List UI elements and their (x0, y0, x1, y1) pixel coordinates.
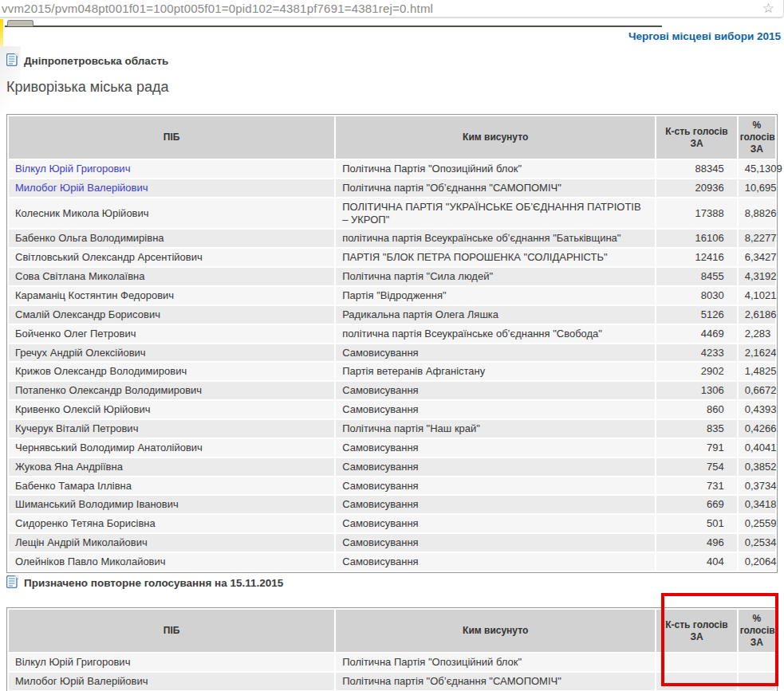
cell-votes: 17388 (656, 198, 737, 229)
table-row: Бойченко Олег Петровичполітична партія В… (9, 325, 775, 343)
col-header-percent: % голосів ЗА (739, 610, 775, 652)
cell-votes: 8455 (656, 268, 737, 285)
cell-nominated_by: Самовисування (336, 344, 655, 362)
col-header-nominated: Ким висунуто (336, 610, 655, 652)
results-table: ПІБ Ким висунуто К-сть голосів ЗА % голо… (6, 114, 778, 573)
cell-nominated_by: Самовисування (336, 553, 655, 571)
cell-name: Олейніков Павло Миколайович (9, 553, 334, 571)
bookmark-star-icon[interactable]: ☆ (762, 0, 774, 18)
cell-nominated_by: Політична партія "Наш край" (336, 420, 655, 438)
cell-votes: 860 (656, 401, 737, 418)
cell-nominated_by: Партія "Відродження" (336, 287, 655, 304)
cell-votes (656, 654, 737, 671)
table-row: Сидоренко Тетяна БорисівнаСамовисування5… (9, 515, 775, 532)
table-row: Кривенко Олексій ЮрійовичСамовисування86… (9, 401, 775, 418)
cell-percent: 0,2534 (739, 534, 775, 552)
elections-2015-link[interactable]: Чергові місцеві вибори 2015 (628, 30, 781, 42)
cell-percent: 0,3734 (739, 477, 775, 495)
cell-votes: 5126 (656, 306, 737, 324)
cell-percent: 0,3418 (739, 496, 775, 513)
cell-percent: 6,3427 (739, 249, 775, 266)
cell-name: Бабенко Ольга Володимирівна (9, 230, 334, 247)
cell-votes: 4469 (656, 325, 737, 343)
frame-divider-line (5, 26, 662, 27)
cell-name: Потапенко Олександр Володимирович (9, 382, 334, 399)
runoff-header-row: ПІБ Ким висунуто К-сть голосів ЗА % голо… (9, 610, 775, 652)
region-label: Дніпропетровська область (24, 55, 168, 67)
cell-name: Чернявський Володимир Анатолійович (9, 439, 334, 457)
cell-nominated_by: Політична партія "Об’єднання "САМОПОМІЧ" (336, 179, 655, 197)
cell-votes: 4233 (656, 344, 737, 362)
cell-votes: 2902 (656, 363, 737, 380)
candidate-link[interactable]: Вілкул Юрій Григорович (15, 163, 130, 175)
table-row: Кучерук Віталій ПетровичПолітична партія… (9, 420, 775, 438)
results-header-row: ПІБ Ким висунуто К-сть голосів ЗА % голо… (9, 116, 775, 159)
cell-name: Милобог Юрій Валерійович (9, 673, 334, 690)
cell-percent: 0,4041 (739, 439, 775, 457)
cell-votes: 1306 (656, 382, 737, 399)
runoff-table: ПІБ Ким висунуто К-сть голосів ЗА % голо… (6, 607, 778, 691)
cell-percent: 0,4266 (739, 420, 775, 438)
cell-percent: 2,1624 (739, 344, 775, 362)
cell-name: Сидоренко Тетяна Борисівна (9, 515, 334, 532)
cell-nominated_by: Партія ветеранів Афганістану (336, 363, 655, 380)
cell-name: Кучерук Віталій Петрович (9, 420, 334, 438)
cell-percent (739, 654, 775, 671)
cell-name: Кривенко Олексій Юрійович (9, 401, 334, 418)
table-row: Потапенко Олександр ВолодимировичСамовис… (9, 382, 775, 399)
cell-percent: 0,6672 (739, 382, 775, 399)
table-row: Крижов Олександр ВолодимировичПартія вет… (9, 363, 775, 380)
table-row: Вілкул Юрій ГригоровичПолітична Партія "… (9, 160, 775, 178)
cell-votes: 731 (656, 477, 737, 495)
col-header-votes: К-сть голосів ЗА (656, 116, 737, 159)
cell-percent: 0,3852 (739, 458, 775, 476)
cell-name: Бабенко Тамара Іллівна (9, 477, 334, 495)
cell-percent: 0,2559 (739, 515, 775, 532)
cell-nominated_by: Самовисування (336, 439, 655, 457)
table-row: Смалій Олександр БорисовичРадикальна пар… (9, 306, 775, 324)
url-bar[interactable]: vvm2015/pvm048pt001f01=100pt005f01=0pid1… (0, 0, 784, 18)
cell-nominated_by: Радикальна партія Олега Ляшка (336, 306, 655, 324)
runoff-heading: Призначено повторне голосування на 15.11… (6, 575, 283, 591)
cell-nominated_by: Самовисування (336, 382, 655, 399)
frame-edge-strip (0, 19, 3, 48)
table-row: Олейніков Павло МиколайовичСамовисування… (9, 553, 775, 571)
cell-nominated_by: Самовисування (336, 458, 655, 476)
cell-nominated_by: Політична Партія "Опозиційний блок" (336, 160, 655, 178)
document-icon (6, 53, 18, 69)
cell-percent: 8,8826 (739, 198, 775, 229)
cell-nominated_by: ПАРТІЯ "БЛОК ПЕТРА ПОРОШЕНКА "СОЛІДАРНІС… (336, 249, 655, 266)
table-row: Сова Світлана МиколаївнаПолітична партія… (9, 268, 775, 285)
cell-name: Гречух Андрій Олексійович (9, 344, 334, 362)
cell-nominated_by: Самовисування (336, 515, 655, 532)
cell-nominated_by: Політична Партія "Опозиційний блок" (336, 654, 655, 671)
cell-name: Шиманський Володимир Іванович (9, 496, 334, 513)
cell-percent: 4,3192 (739, 268, 775, 285)
candidate-link[interactable]: Милобог Юрій Валерійович (15, 182, 148, 194)
page-title: Криворізька міська рада (6, 79, 168, 96)
col-header-name: ПІБ (9, 610, 334, 652)
table-row: Чернявський Володимир АнатолійовичСамови… (9, 439, 775, 457)
cell-percent: 2,6186 (739, 306, 775, 324)
cell-name: Смалій Олександр Борисович (9, 306, 334, 324)
url-text[interactable]: vvm2015/pvm048pt001f01=100pt005f01=0pid1… (2, 2, 433, 15)
cell-name: Милобог Юрій Валерійович (9, 179, 334, 197)
region-heading: Дніпропетровська область (6, 53, 168, 69)
cell-name: Крижов Олександр Володимирович (9, 363, 334, 380)
table-row: Бабенко Тамара ІллівнаСамовисування7310,… (9, 477, 775, 495)
cell-votes: 669 (656, 496, 737, 513)
cell-nominated_by: політична партія Всеукраїнське об’єднанн… (336, 325, 655, 343)
table-row: Лещін Андрій МиколайовичСамовисування496… (9, 534, 775, 552)
cell-name: Світловський Олександр Арсентійович (9, 249, 334, 266)
table-row: Караманіц Костянтин ФедоровичПартія "Від… (9, 287, 775, 304)
col-header-nominated: Ким висунуто (336, 116, 655, 159)
cell-name: Вілкул Юрій Григорович (9, 654, 334, 671)
cell-votes: 20936 (656, 179, 737, 197)
frame-collapse-handle[interactable] (7, 20, 33, 26)
col-header-votes: К-сть голосів ЗА (656, 610, 737, 652)
runoff-title: Призначено повторне голосування на 15.11… (24, 577, 283, 589)
cell-votes: 16106 (656, 230, 737, 247)
results-table-wrap: ПІБ Ким висунуто К-сть голосів ЗА % голо… (6, 114, 778, 573)
cell-votes: 496 (656, 534, 737, 552)
table-row: Жукова Яна АндріївнаСамовисування7540,38… (9, 458, 775, 476)
